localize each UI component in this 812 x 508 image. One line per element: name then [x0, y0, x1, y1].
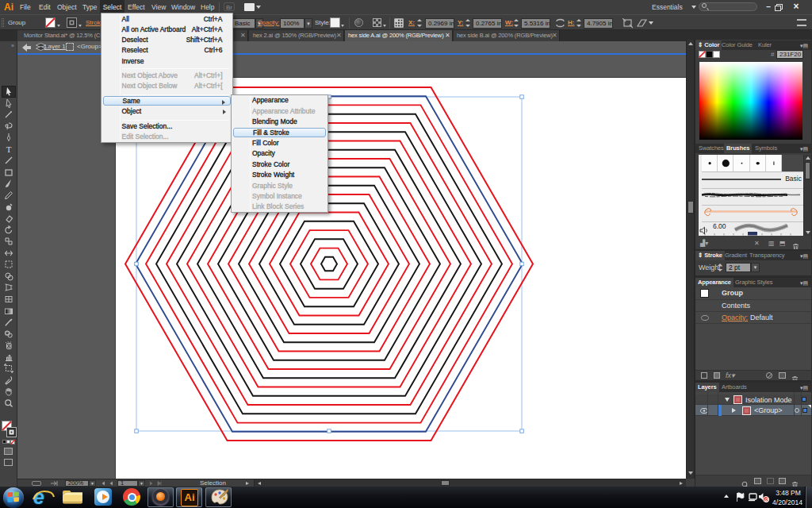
svg-text:T: T [6, 144, 12, 154]
